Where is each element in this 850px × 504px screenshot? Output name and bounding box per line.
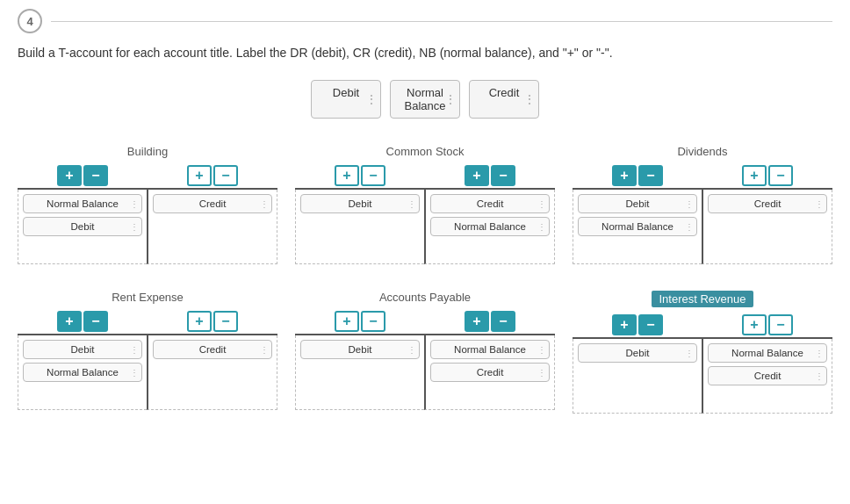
plus-right-building[interactable]: + (187, 165, 212, 186)
t-left-accounts-payable: Debit (295, 335, 424, 410)
chip-left-building-0[interactable]: Normal Balance (23, 194, 142, 213)
chip-right-accounts-payable-1[interactable]: Credit (430, 363, 550, 382)
plus-right-interest-revenue[interactable]: + (742, 314, 767, 335)
t-wrapper-accounts-payable: DebitNormal BalanceCredit (295, 334, 555, 410)
chip-right-common-stock-0[interactable]: Credit (430, 194, 550, 213)
t-body-building: Normal BalanceDebitCredit (18, 190, 277, 264)
step-header: 4 (18, 9, 832, 33)
t-wrapper-building: Normal BalanceDebitCredit (18, 188, 277, 264)
minus-left-building[interactable]: − (83, 165, 108, 186)
t-wrapper-dividends: DebitNormal BalanceCredit (573, 188, 832, 264)
chip-right-interest-revenue-0[interactable]: Normal Balance (708, 343, 827, 363)
minus-left-dividends[interactable]: − (638, 165, 663, 186)
t-left-interest-revenue: Debit (573, 339, 702, 414)
labels-row: Debit NormalBalance Credit (18, 80, 832, 119)
account-interest-revenue: Interest Revenue+−+−DebitNormal BalanceC… (573, 291, 832, 414)
chip-left-dividends-0[interactable]: Debit (578, 194, 697, 213)
chip-right-building-0[interactable]: Credit (153, 194, 272, 213)
credit-label-btn[interactable]: Credit (469, 80, 539, 119)
account-building: Building+−+−Normal BalanceDebitCredit (18, 145, 277, 264)
plus-right-accounts-payable[interactable]: + (465, 311, 489, 332)
minus-right-building[interactable]: − (213, 165, 238, 186)
t-left-dividends: DebitNormal Balance (573, 190, 702, 264)
chip-left-interest-revenue-0[interactable]: Debit (578, 343, 697, 363)
instruction-text: Build a T-account for each account title… (18, 44, 832, 62)
chip-right-rent-expense-0[interactable]: Credit (153, 340, 272, 359)
minus-left-accounts-payable[interactable]: − (361, 311, 385, 332)
plus-left-common-stock[interactable]: + (335, 165, 359, 186)
chip-right-common-stock-1[interactable]: Normal Balance (430, 217, 550, 236)
account-title-accounts-payable: Accounts Payable (379, 291, 471, 304)
plus-left-accounts-payable[interactable]: + (335, 311, 359, 332)
minus-left-common-stock[interactable]: − (361, 165, 385, 186)
t-body-interest-revenue: DebitNormal BalanceCredit (573, 339, 832, 414)
t-left-rent-expense: DebitNormal Balance (18, 335, 147, 410)
plus-left-rent-expense[interactable]: + (57, 311, 82, 332)
step-number: 4 (18, 9, 42, 33)
t-right-accounts-payable: Normal BalanceCredit (424, 335, 555, 410)
t-wrapper-interest-revenue: DebitNormal BalanceCredit (573, 337, 832, 414)
t-right-dividends: Credit (702, 190, 832, 264)
t-body-common-stock: DebitCreditNormal Balance (295, 190, 555, 264)
minus-right-dividends[interactable]: − (768, 165, 793, 186)
plus-right-rent-expense[interactable]: + (187, 311, 212, 332)
chip-right-accounts-payable-0[interactable]: Normal Balance (430, 340, 550, 359)
t-left-common-stock: Debit (295, 190, 424, 264)
account-title-interest-revenue: Interest Revenue (652, 291, 753, 307)
t-body-rent-expense: DebitNormal BalanceCredit (18, 335, 277, 410)
chip-right-interest-revenue-1[interactable]: Credit (708, 366, 827, 385)
plus-right-common-stock[interactable]: + (465, 165, 489, 186)
t-left-building: Normal BalanceDebit (18, 190, 147, 264)
plus-right-dividends[interactable]: + (742, 165, 767, 186)
minus-left-rent-expense[interactable]: − (83, 311, 108, 332)
minus-right-accounts-payable[interactable]: − (491, 311, 515, 332)
minus-right-common-stock[interactable]: − (491, 165, 515, 186)
pm-row-building: +−+− (18, 165, 277, 186)
pm-row-interest-revenue: +−+− (573, 314, 832, 335)
t-right-building: Credit (147, 190, 277, 264)
account-dividends: Dividends+−+−DebitNormal BalanceCredit (573, 145, 832, 264)
step-line (51, 21, 832, 22)
chip-left-rent-expense-1[interactable]: Normal Balance (23, 363, 142, 382)
pm-row-common-stock: +−+− (295, 165, 555, 186)
chip-left-dividends-1[interactable]: Normal Balance (578, 217, 697, 236)
t-right-common-stock: CreditNormal Balance (424, 190, 555, 264)
plus-left-interest-revenue[interactable]: + (612, 314, 637, 335)
pm-row-rent-expense: +−+− (18, 311, 277, 332)
account-accounts-payable: Accounts Payable+−+−DebitNormal BalanceC… (295, 291, 555, 414)
minus-right-interest-revenue[interactable]: − (768, 314, 793, 335)
t-right-interest-revenue: Normal BalanceCredit (702, 339, 832, 414)
debit-label-btn[interactable]: Debit (311, 80, 381, 119)
account-title-dividends: Dividends (677, 145, 727, 158)
t-body-accounts-payable: DebitNormal BalanceCredit (295, 335, 555, 410)
pm-row-dividends: +−+− (573, 165, 832, 186)
account-rent-expense: Rent Expense+−+−DebitNormal BalanceCredi… (18, 291, 277, 414)
chip-left-accounts-payable-0[interactable]: Debit (300, 340, 420, 359)
t-right-rent-expense: Credit (147, 335, 277, 410)
pm-row-accounts-payable: +−+− (295, 311, 555, 332)
accounts-grid: Building+−+−Normal BalanceDebitCreditCom… (18, 145, 832, 414)
plus-left-dividends[interactable]: + (612, 165, 637, 186)
account-title-building: Building (127, 145, 168, 158)
account-title-rent-expense: Rent Expense (112, 291, 184, 304)
t-body-dividends: DebitNormal BalanceCredit (573, 190, 832, 264)
chip-left-rent-expense-0[interactable]: Debit (23, 340, 142, 359)
account-title-common-stock: Common Stock (386, 145, 465, 158)
minus-right-rent-expense[interactable]: − (213, 311, 238, 332)
chip-left-building-1[interactable]: Debit (23, 217, 142, 236)
normal-balance-label-btn[interactable]: NormalBalance (390, 80, 460, 119)
t-wrapper-rent-expense: DebitNormal BalanceCredit (18, 334, 277, 410)
chip-left-common-stock-0[interactable]: Debit (300, 194, 420, 213)
minus-left-interest-revenue[interactable]: − (638, 314, 663, 335)
chip-right-dividends-0[interactable]: Credit (708, 194, 827, 213)
plus-left-building[interactable]: + (57, 165, 82, 186)
account-common-stock: Common Stock+−+−DebitCreditNormal Balanc… (295, 145, 555, 264)
t-wrapper-common-stock: DebitCreditNormal Balance (295, 188, 555, 264)
